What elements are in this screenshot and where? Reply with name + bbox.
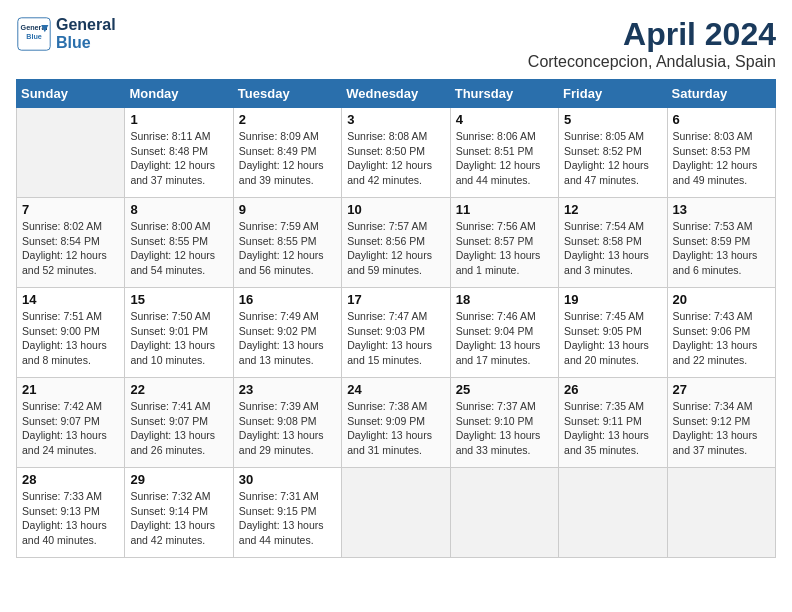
calendar-cell: 11Sunrise: 7:56 AM Sunset: 8:57 PM Dayli… (450, 198, 558, 288)
calendar-cell: 14Sunrise: 7:51 AM Sunset: 9:00 PM Dayli… (17, 288, 125, 378)
cell-info: Sunrise: 7:59 AM Sunset: 8:55 PM Dayligh… (239, 219, 336, 278)
calendar-cell (667, 468, 775, 558)
calendar-cell: 10Sunrise: 7:57 AM Sunset: 8:56 PM Dayli… (342, 198, 450, 288)
calendar-cell: 12Sunrise: 7:54 AM Sunset: 8:58 PM Dayli… (559, 198, 667, 288)
calendar-cell: 8Sunrise: 8:00 AM Sunset: 8:55 PM Daylig… (125, 198, 233, 288)
cell-info: Sunrise: 7:42 AM Sunset: 9:07 PM Dayligh… (22, 399, 119, 458)
svg-text:Blue: Blue (26, 32, 42, 41)
logo: General Blue General Blue (16, 16, 116, 52)
calendar-cell (450, 468, 558, 558)
calendar-week-row: 28Sunrise: 7:33 AM Sunset: 9:13 PM Dayli… (17, 468, 776, 558)
cell-info: Sunrise: 7:56 AM Sunset: 8:57 PM Dayligh… (456, 219, 553, 278)
day-number: 3 (347, 112, 444, 127)
weekday-header: Saturday (667, 80, 775, 108)
cell-info: Sunrise: 7:50 AM Sunset: 9:01 PM Dayligh… (130, 309, 227, 368)
day-number: 17 (347, 292, 444, 307)
cell-info: Sunrise: 8:00 AM Sunset: 8:55 PM Dayligh… (130, 219, 227, 278)
location: Corteconcepcion, Andalusia, Spain (528, 53, 776, 71)
calendar-cell (559, 468, 667, 558)
day-number: 9 (239, 202, 336, 217)
day-number: 28 (22, 472, 119, 487)
day-number: 2 (239, 112, 336, 127)
calendar-cell: 21Sunrise: 7:42 AM Sunset: 9:07 PM Dayli… (17, 378, 125, 468)
calendar-cell: 28Sunrise: 7:33 AM Sunset: 9:13 PM Dayli… (17, 468, 125, 558)
calendar-cell: 15Sunrise: 7:50 AM Sunset: 9:01 PM Dayli… (125, 288, 233, 378)
calendar-week-row: 21Sunrise: 7:42 AM Sunset: 9:07 PM Dayli… (17, 378, 776, 468)
month-title: April 2024 (528, 16, 776, 53)
cell-info: Sunrise: 7:33 AM Sunset: 9:13 PM Dayligh… (22, 489, 119, 548)
calendar-week-row: 14Sunrise: 7:51 AM Sunset: 9:00 PM Dayli… (17, 288, 776, 378)
cell-info: Sunrise: 8:08 AM Sunset: 8:50 PM Dayligh… (347, 129, 444, 188)
logo-blue: Blue (56, 34, 116, 52)
calendar-cell: 20Sunrise: 7:43 AM Sunset: 9:06 PM Dayli… (667, 288, 775, 378)
day-number: 29 (130, 472, 227, 487)
calendar-cell: 27Sunrise: 7:34 AM Sunset: 9:12 PM Dayli… (667, 378, 775, 468)
calendar-cell: 26Sunrise: 7:35 AM Sunset: 9:11 PM Dayli… (559, 378, 667, 468)
day-number: 25 (456, 382, 553, 397)
calendar-cell: 6Sunrise: 8:03 AM Sunset: 8:53 PM Daylig… (667, 108, 775, 198)
day-number: 15 (130, 292, 227, 307)
calendar-week-row: 1Sunrise: 8:11 AM Sunset: 8:48 PM Daylig… (17, 108, 776, 198)
logo-general: General (56, 16, 116, 34)
calendar-cell: 4Sunrise: 8:06 AM Sunset: 8:51 PM Daylig… (450, 108, 558, 198)
cell-info: Sunrise: 7:45 AM Sunset: 9:05 PM Dayligh… (564, 309, 661, 368)
day-number: 27 (673, 382, 770, 397)
day-number: 26 (564, 382, 661, 397)
logo-icon: General Blue (16, 16, 52, 52)
calendar-cell: 5Sunrise: 8:05 AM Sunset: 8:52 PM Daylig… (559, 108, 667, 198)
day-number: 7 (22, 202, 119, 217)
calendar-table: SundayMondayTuesdayWednesdayThursdayFrid… (16, 79, 776, 558)
cell-info: Sunrise: 7:57 AM Sunset: 8:56 PM Dayligh… (347, 219, 444, 278)
calendar-cell: 1Sunrise: 8:11 AM Sunset: 8:48 PM Daylig… (125, 108, 233, 198)
day-number: 1 (130, 112, 227, 127)
calendar-cell: 2Sunrise: 8:09 AM Sunset: 8:49 PM Daylig… (233, 108, 341, 198)
day-number: 24 (347, 382, 444, 397)
day-number: 8 (130, 202, 227, 217)
cell-info: Sunrise: 7:35 AM Sunset: 9:11 PM Dayligh… (564, 399, 661, 458)
day-number: 12 (564, 202, 661, 217)
cell-info: Sunrise: 7:46 AM Sunset: 9:04 PM Dayligh… (456, 309, 553, 368)
day-number: 16 (239, 292, 336, 307)
cell-info: Sunrise: 7:31 AM Sunset: 9:15 PM Dayligh… (239, 489, 336, 548)
weekday-header: Wednesday (342, 80, 450, 108)
day-number: 19 (564, 292, 661, 307)
day-number: 20 (673, 292, 770, 307)
cell-info: Sunrise: 8:06 AM Sunset: 8:51 PM Dayligh… (456, 129, 553, 188)
calendar-cell: 7Sunrise: 8:02 AM Sunset: 8:54 PM Daylig… (17, 198, 125, 288)
day-number: 14 (22, 292, 119, 307)
calendar-cell: 9Sunrise: 7:59 AM Sunset: 8:55 PM Daylig… (233, 198, 341, 288)
cell-info: Sunrise: 8:05 AM Sunset: 8:52 PM Dayligh… (564, 129, 661, 188)
cell-info: Sunrise: 7:38 AM Sunset: 9:09 PM Dayligh… (347, 399, 444, 458)
cell-info: Sunrise: 7:54 AM Sunset: 8:58 PM Dayligh… (564, 219, 661, 278)
day-number: 4 (456, 112, 553, 127)
day-number: 18 (456, 292, 553, 307)
calendar-cell: 23Sunrise: 7:39 AM Sunset: 9:08 PM Dayli… (233, 378, 341, 468)
weekday-header: Monday (125, 80, 233, 108)
cell-info: Sunrise: 7:51 AM Sunset: 9:00 PM Dayligh… (22, 309, 119, 368)
calendar-cell: 3Sunrise: 8:08 AM Sunset: 8:50 PM Daylig… (342, 108, 450, 198)
day-number: 5 (564, 112, 661, 127)
calendar-cell: 19Sunrise: 7:45 AM Sunset: 9:05 PM Dayli… (559, 288, 667, 378)
calendar-cell: 16Sunrise: 7:49 AM Sunset: 9:02 PM Dayli… (233, 288, 341, 378)
day-number: 10 (347, 202, 444, 217)
calendar-cell: 22Sunrise: 7:41 AM Sunset: 9:07 PM Dayli… (125, 378, 233, 468)
calendar-cell: 25Sunrise: 7:37 AM Sunset: 9:10 PM Dayli… (450, 378, 558, 468)
calendar-cell: 29Sunrise: 7:32 AM Sunset: 9:14 PM Dayli… (125, 468, 233, 558)
calendar-cell (342, 468, 450, 558)
day-number: 23 (239, 382, 336, 397)
weekday-header-row: SundayMondayTuesdayWednesdayThursdayFrid… (17, 80, 776, 108)
calendar-week-row: 7Sunrise: 8:02 AM Sunset: 8:54 PM Daylig… (17, 198, 776, 288)
cell-info: Sunrise: 8:11 AM Sunset: 8:48 PM Dayligh… (130, 129, 227, 188)
cell-info: Sunrise: 8:02 AM Sunset: 8:54 PM Dayligh… (22, 219, 119, 278)
day-number: 22 (130, 382, 227, 397)
cell-info: Sunrise: 7:49 AM Sunset: 9:02 PM Dayligh… (239, 309, 336, 368)
calendar-cell: 24Sunrise: 7:38 AM Sunset: 9:09 PM Dayli… (342, 378, 450, 468)
cell-info: Sunrise: 7:41 AM Sunset: 9:07 PM Dayligh… (130, 399, 227, 458)
weekday-header: Friday (559, 80, 667, 108)
weekday-header: Tuesday (233, 80, 341, 108)
day-number: 21 (22, 382, 119, 397)
calendar-cell: 30Sunrise: 7:31 AM Sunset: 9:15 PM Dayli… (233, 468, 341, 558)
cell-info: Sunrise: 7:32 AM Sunset: 9:14 PM Dayligh… (130, 489, 227, 548)
day-number: 13 (673, 202, 770, 217)
cell-info: Sunrise: 8:09 AM Sunset: 8:49 PM Dayligh… (239, 129, 336, 188)
